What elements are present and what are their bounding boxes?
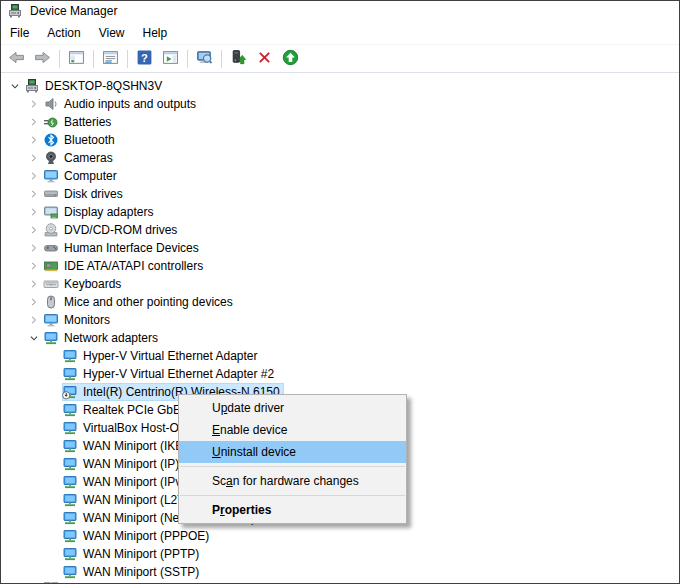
enable-device-button[interactable] bbox=[226, 47, 251, 70]
chevron-spacer bbox=[44, 438, 62, 454]
tree-item-batteries[interactable]: Batteries bbox=[0, 113, 680, 131]
network-icon bbox=[62, 528, 78, 544]
network-icon bbox=[62, 474, 78, 490]
tree-item-label: Network adapters bbox=[64, 331, 158, 345]
row-content: Hyper-V Virtual Ethernet Adapter bbox=[62, 347, 262, 365]
back-button[interactable] bbox=[4, 47, 29, 70]
chevron-right-icon[interactable] bbox=[25, 204, 43, 220]
svg-text:?: ? bbox=[141, 51, 148, 63]
menu-item-uninstall-device[interactable]: Uninstall device bbox=[179, 441, 406, 463]
camera-icon bbox=[43, 150, 59, 166]
menu-bar: FileActionViewHelp bbox=[0, 22, 680, 44]
help-button[interactable]: ? bbox=[132, 47, 157, 70]
uninstall-device-button[interactable] bbox=[252, 47, 277, 70]
chevron-spacer bbox=[44, 528, 62, 544]
scan-hardware-icon bbox=[196, 49, 213, 69]
title-bar: Device Manager bbox=[0, 0, 680, 22]
chevron-spacer bbox=[44, 564, 62, 580]
chevron-right-icon[interactable] bbox=[25, 114, 43, 130]
accelerator-key: p bbox=[221, 401, 228, 415]
network-disabled-icon bbox=[62, 384, 78, 400]
tree-item-disk-drives[interactable]: Disk drives bbox=[0, 185, 680, 203]
network-icon bbox=[62, 366, 78, 382]
chevron-spacer bbox=[44, 474, 62, 490]
tree-item-keyboards[interactable]: Keyboards bbox=[0, 275, 680, 293]
row-content: IDE ATA/ATAPI controllers bbox=[43, 257, 207, 275]
toolbar-separator bbox=[127, 50, 128, 68]
chevron-right-icon[interactable] bbox=[25, 258, 43, 274]
tree-item-cameras[interactable]: Cameras bbox=[0, 149, 680, 167]
chevron-right-icon[interactable] bbox=[25, 168, 43, 184]
row-content: WAN Miniport (IP) bbox=[62, 455, 183, 473]
menu-item-update-driver[interactable]: Update driver bbox=[179, 397, 406, 419]
toolbar-separator bbox=[187, 50, 188, 68]
chevron-spacer bbox=[44, 384, 62, 400]
row-content: Human Interface Devices bbox=[43, 239, 203, 257]
action-pane-button[interactable] bbox=[158, 47, 183, 70]
chevron-right-icon[interactable] bbox=[25, 150, 43, 166]
tree-item-computer[interactable]: Computer bbox=[0, 167, 680, 185]
chevron-right-icon[interactable] bbox=[25, 294, 43, 310]
chevron-right-icon[interactable] bbox=[25, 276, 43, 292]
row-content: Disk drives bbox=[43, 185, 127, 203]
scan-hardware-button[interactable] bbox=[192, 47, 217, 70]
row-content: DESKTOP-8QSHN3V bbox=[24, 77, 166, 95]
row-content: WAN Miniport (SSTP) bbox=[62, 563, 203, 581]
chevron-right-icon[interactable] bbox=[25, 132, 43, 148]
row-content: Computer bbox=[43, 167, 121, 185]
context-menu-separator bbox=[180, 495, 405, 496]
hid-icon bbox=[43, 240, 59, 256]
menu-file[interactable]: File bbox=[1, 23, 38, 43]
forward-button[interactable] bbox=[30, 47, 55, 70]
tree-item-bluetooth[interactable]: Bluetooth bbox=[0, 131, 680, 149]
menu-help[interactable]: Help bbox=[134, 23, 177, 43]
chevron-right-icon[interactable] bbox=[25, 96, 43, 112]
chevron-down-icon[interactable] bbox=[6, 78, 24, 94]
chevron-right-icon[interactable] bbox=[25, 312, 43, 328]
menu-action[interactable]: Action bbox=[38, 23, 89, 43]
tree-item-monitors[interactable]: Monitors bbox=[0, 311, 680, 329]
chevron-spacer bbox=[44, 420, 62, 436]
menu-view[interactable]: View bbox=[90, 23, 134, 43]
menu-item-enable-device[interactable]: Enable device bbox=[179, 419, 406, 441]
chevron-spacer bbox=[44, 348, 62, 364]
chevron-right-icon[interactable] bbox=[25, 186, 43, 202]
row-content: Network adapters bbox=[43, 329, 162, 347]
forward-icon bbox=[34, 49, 51, 69]
tree-item-hyper-v-virtual-ethernet-adapter[interactable]: Hyper-V Virtual Ethernet Adapter bbox=[0, 347, 680, 365]
tree-item-network-adapters[interactable]: Network adapters bbox=[0, 329, 680, 347]
network-icon bbox=[62, 420, 78, 436]
tree-item-wan-miniport-pppoe[interactable]: WAN Miniport (PPPOE) bbox=[0, 527, 680, 545]
tree-item-label: Hyper-V Virtual Ethernet Adapter bbox=[83, 349, 258, 363]
tree-item-label: Mice and other pointing devices bbox=[64, 295, 233, 309]
network-icon bbox=[62, 348, 78, 364]
menu-item-properties[interactable]: Properties bbox=[179, 499, 406, 521]
update-driver-button[interactable] bbox=[278, 47, 303, 70]
tree-item-wan-miniport-sstp[interactable]: WAN Miniport (SSTP) bbox=[0, 563, 680, 581]
console-tree-button[interactable] bbox=[64, 47, 89, 70]
tree-item-wan-miniport-pptp[interactable]: WAN Miniport (PPTP) bbox=[0, 545, 680, 563]
tree-item-display-adapters[interactable]: Display adapters bbox=[0, 203, 680, 221]
row-content: Keyboards bbox=[43, 275, 125, 293]
chevron-down-icon[interactable] bbox=[25, 330, 43, 346]
tree-item-audio-inputs-and-outputs[interactable]: Audio inputs and outputs bbox=[0, 95, 680, 113]
row-content: WAN Miniport (IPv6) bbox=[62, 473, 196, 491]
row-content: Display adapters bbox=[43, 203, 157, 221]
tree-item-dvd-cd-rom-drives[interactable]: DVD/CD-ROM drives bbox=[0, 221, 680, 239]
tree-item-ide-ata-atapi-controllers[interactable]: IDE ATA/ATAPI controllers bbox=[0, 257, 680, 275]
tree-item-hyper-v-virtual-ethernet-adapter-2[interactable]: Hyper-V Virtual Ethernet Adapter #2 bbox=[0, 365, 680, 383]
chevron-spacer bbox=[44, 510, 62, 526]
chevron-right-icon[interactable] bbox=[25, 222, 43, 238]
network-icon bbox=[62, 564, 78, 580]
menu-item-scan-for-hardware-changes[interactable]: Scan for hardware changes bbox=[179, 470, 406, 492]
battery-icon bbox=[43, 114, 59, 130]
properties-button[interactable] bbox=[98, 47, 123, 70]
tree-item-mice-and-other-pointing-devices[interactable]: Mice and other pointing devices bbox=[0, 293, 680, 311]
tree-item-human-interface-devices[interactable]: Human Interface Devices bbox=[0, 239, 680, 257]
chevron-right-icon[interactable] bbox=[25, 240, 43, 256]
update-driver-icon bbox=[282, 49, 299, 69]
accelerator-key: E bbox=[212, 423, 220, 437]
tree-item-desktop-8qshn3v[interactable]: DESKTOP-8QSHN3V bbox=[0, 77, 680, 95]
tree-item-label: Audio inputs and outputs bbox=[64, 97, 196, 111]
row-content: Hyper-V Virtual Ethernet Adapter #2 bbox=[62, 365, 278, 383]
